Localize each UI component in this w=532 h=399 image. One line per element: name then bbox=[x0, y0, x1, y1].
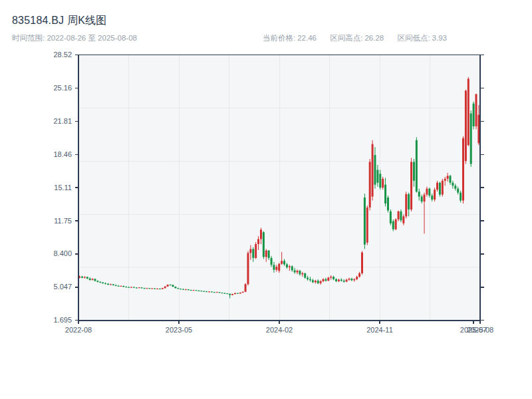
y-axis-label: 18.46 bbox=[53, 150, 72, 158]
page-root: { "header": { "title": "835184.BJ 周K线图",… bbox=[0, 0, 532, 399]
candle bbox=[462, 136, 464, 203]
candle bbox=[416, 137, 418, 192]
y-axis-label: 28.52 bbox=[53, 51, 72, 59]
y-axis-label: 25.16 bbox=[53, 84, 72, 92]
y-axis-label: 8.400 bbox=[53, 249, 72, 257]
candle bbox=[164, 286, 166, 288]
x-axis-label: 2024-02 bbox=[266, 326, 293, 334]
candle bbox=[465, 90, 467, 164]
y-axis-label: 1.695 bbox=[53, 316, 72, 324]
candle bbox=[387, 196, 389, 212]
x-axis-label: 2024-11 bbox=[366, 326, 393, 334]
candle bbox=[395, 218, 397, 230]
candle bbox=[361, 251, 363, 275]
candle bbox=[372, 140, 374, 201]
y-axis-label: 11.75 bbox=[54, 217, 72, 225]
candle bbox=[390, 209, 392, 225]
candle bbox=[247, 251, 249, 285]
x-axis-label: 2022-08 bbox=[65, 326, 92, 334]
candle bbox=[263, 231, 265, 259]
candle bbox=[470, 110, 472, 167]
y-axis-label: 21.81 bbox=[53, 117, 72, 125]
candle bbox=[475, 94, 477, 130]
candle bbox=[467, 77, 469, 146]
candle bbox=[439, 182, 441, 196]
candle bbox=[405, 192, 407, 218]
y-axis-label: 5.047 bbox=[53, 283, 72, 291]
candle bbox=[255, 242, 257, 259]
x-axis-label: 2025-08 bbox=[467, 326, 493, 334]
candle bbox=[410, 158, 412, 211]
candle bbox=[245, 283, 247, 292]
x-axis-label: 2023-05 bbox=[166, 326, 192, 334]
candle bbox=[442, 179, 444, 197]
candle bbox=[366, 205, 368, 245]
candle bbox=[473, 102, 475, 130]
candle bbox=[239, 293, 241, 294]
candle bbox=[434, 188, 436, 201]
kline-chart: 28.5225.1621.8118.4615.1111.758.4005.047… bbox=[0, 0, 532, 399]
candle bbox=[364, 194, 366, 249]
candle bbox=[369, 159, 371, 210]
candle bbox=[174, 287, 176, 289]
y-axis-label: 15.11 bbox=[54, 184, 72, 192]
